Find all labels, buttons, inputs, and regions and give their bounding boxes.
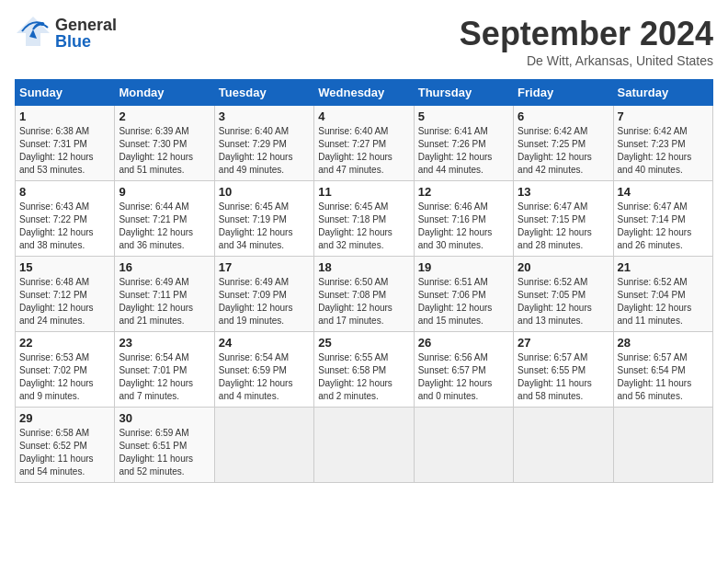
day-number: 13 xyxy=(518,185,609,199)
calendar-cell: 13Sunrise: 6:47 AM Sunset: 7:15 PM Dayli… xyxy=(514,181,613,257)
calendar-week-2: 8Sunrise: 6:43 AM Sunset: 7:22 PM Daylig… xyxy=(16,181,713,257)
calendar-cell: 17Sunrise: 6:49 AM Sunset: 7:09 PM Dayli… xyxy=(214,257,313,332)
day-number: 20 xyxy=(518,260,609,274)
calendar-cell: 11Sunrise: 6:45 AM Sunset: 7:18 PM Dayli… xyxy=(314,181,414,257)
calendar-cell: 24Sunrise: 6:54 AM Sunset: 6:59 PM Dayli… xyxy=(214,332,313,408)
day-header-sunday: Sunday xyxy=(16,80,115,106)
day-info: Sunrise: 6:57 AM Sunset: 6:55 PM Dayligh… xyxy=(518,351,609,403)
calendar-cell: 22Sunrise: 6:53 AM Sunset: 7:02 PM Dayli… xyxy=(16,332,115,408)
day-number: 27 xyxy=(518,336,609,350)
day-header-tuesday: Tuesday xyxy=(214,80,313,106)
day-header-wednesday: Wednesday xyxy=(314,80,414,106)
day-number: 24 xyxy=(219,336,310,350)
day-number: 3 xyxy=(219,109,310,123)
day-header-saturday: Saturday xyxy=(613,80,712,106)
day-info: Sunrise: 6:44 AM Sunset: 7:21 PM Dayligh… xyxy=(119,201,210,252)
calendar-cell xyxy=(613,408,712,483)
day-info: Sunrise: 6:49 AM Sunset: 7:11 PM Dayligh… xyxy=(119,276,210,327)
day-info: Sunrise: 6:42 AM Sunset: 7:25 PM Dayligh… xyxy=(518,125,609,177)
day-info: Sunrise: 6:38 AM Sunset: 7:31 PM Dayligh… xyxy=(19,125,110,177)
day-number: 23 xyxy=(119,336,210,350)
day-info: Sunrise: 6:43 AM Sunset: 7:22 PM Dayligh… xyxy=(19,201,110,252)
day-number: 17 xyxy=(219,260,310,274)
logo-general-label: General xyxy=(55,17,117,33)
day-info: Sunrise: 6:49 AM Sunset: 7:09 PM Dayligh… xyxy=(219,276,310,327)
day-number: 25 xyxy=(318,336,409,350)
calendar-cell xyxy=(414,408,513,483)
calendar-cell: 14Sunrise: 6:47 AM Sunset: 7:14 PM Dayli… xyxy=(613,181,712,257)
calendar-cell: 26Sunrise: 6:56 AM Sunset: 6:57 PM Dayli… xyxy=(414,332,513,408)
day-info: Sunrise: 6:47 AM Sunset: 7:14 PM Dayligh… xyxy=(618,201,709,252)
calendar-cell: 7Sunrise: 6:42 AM Sunset: 7:23 PM Daylig… xyxy=(613,106,712,181)
svg-point-1 xyxy=(40,22,44,26)
calendar-body: 1Sunrise: 6:38 AM Sunset: 7:31 PM Daylig… xyxy=(16,106,713,483)
calendar-week-5: 29Sunrise: 6:58 AM Sunset: 6:52 PM Dayli… xyxy=(16,408,713,483)
day-number: 29 xyxy=(19,411,110,425)
calendar-week-4: 22Sunrise: 6:53 AM Sunset: 7:02 PM Dayli… xyxy=(16,332,713,408)
calendar-cell xyxy=(514,408,613,483)
day-info: Sunrise: 6:53 AM Sunset: 7:02 PM Dayligh… xyxy=(19,351,110,403)
day-info: Sunrise: 6:45 AM Sunset: 7:19 PM Dayligh… xyxy=(219,201,310,252)
calendar-cell: 16Sunrise: 6:49 AM Sunset: 7:11 PM Dayli… xyxy=(115,257,214,332)
calendar-cell: 19Sunrise: 6:51 AM Sunset: 7:06 PM Dayli… xyxy=(414,257,513,332)
calendar-week-3: 15Sunrise: 6:48 AM Sunset: 7:12 PM Dayli… xyxy=(16,257,713,332)
day-number: 18 xyxy=(318,260,409,274)
logo: General Blue xyxy=(15,15,117,52)
day-number: 8 xyxy=(19,185,110,199)
calendar-cell: 15Sunrise: 6:48 AM Sunset: 7:12 PM Dayli… xyxy=(16,257,115,332)
day-info: Sunrise: 6:55 AM Sunset: 6:58 PM Dayligh… xyxy=(318,351,409,403)
day-number: 10 xyxy=(219,185,310,199)
day-info: Sunrise: 6:51 AM Sunset: 7:06 PM Dayligh… xyxy=(418,276,509,327)
day-info: Sunrise: 6:59 AM Sunset: 6:51 PM Dayligh… xyxy=(119,427,210,478)
calendar-header: SundayMondayTuesdayWednesdayThursdayFrid… xyxy=(16,80,713,106)
calendar-cell: 9Sunrise: 6:44 AM Sunset: 7:21 PM Daylig… xyxy=(115,181,214,257)
calendar-cell: 30Sunrise: 6:59 AM Sunset: 6:51 PM Dayli… xyxy=(115,408,214,483)
day-info: Sunrise: 6:57 AM Sunset: 6:54 PM Dayligh… xyxy=(618,351,709,403)
day-number: 2 xyxy=(119,109,210,123)
logo-blue-label: Blue xyxy=(55,33,117,50)
calendar-cell: 3Sunrise: 6:40 AM Sunset: 7:29 PM Daylig… xyxy=(214,106,313,181)
calendar-cell: 29Sunrise: 6:58 AM Sunset: 6:52 PM Dayli… xyxy=(16,408,115,483)
day-number: 11 xyxy=(318,185,409,199)
calendar-cell: 20Sunrise: 6:52 AM Sunset: 7:05 PM Dayli… xyxy=(514,257,613,332)
calendar-cell: 2Sunrise: 6:39 AM Sunset: 7:30 PM Daylig… xyxy=(115,106,214,181)
calendar-cell: 5Sunrise: 6:41 AM Sunset: 7:26 PM Daylig… xyxy=(414,106,513,181)
day-number: 16 xyxy=(119,260,210,274)
day-number: 1 xyxy=(19,109,110,123)
day-number: 30 xyxy=(119,411,210,425)
day-number: 15 xyxy=(19,260,110,274)
calendar-cell xyxy=(314,408,414,483)
calendar-cell: 21Sunrise: 6:52 AM Sunset: 7:04 PM Dayli… xyxy=(613,257,712,332)
day-header-friday: Friday xyxy=(514,80,613,106)
title-area: September 2024 De Witt, Arkansas, United… xyxy=(460,15,713,68)
calendar-cell: 25Sunrise: 6:55 AM Sunset: 6:58 PM Dayli… xyxy=(314,332,414,408)
day-info: Sunrise: 6:39 AM Sunset: 7:30 PM Dayligh… xyxy=(119,125,210,177)
header: General Blue September 2024 De Witt, Ark… xyxy=(15,15,713,68)
day-header-thursday: Thursday xyxy=(414,80,513,106)
day-number: 6 xyxy=(518,109,609,123)
day-info: Sunrise: 6:58 AM Sunset: 6:52 PM Dayligh… xyxy=(19,427,110,478)
logo-bird-icon xyxy=(15,15,51,52)
day-info: Sunrise: 6:54 AM Sunset: 7:01 PM Dayligh… xyxy=(119,351,210,403)
day-number: 9 xyxy=(119,185,210,199)
day-number: 28 xyxy=(618,336,709,350)
day-info: Sunrise: 6:54 AM Sunset: 6:59 PM Dayligh… xyxy=(219,351,310,403)
day-number: 26 xyxy=(418,336,509,350)
day-info: Sunrise: 6:40 AM Sunset: 7:27 PM Dayligh… xyxy=(318,125,409,177)
day-number: 4 xyxy=(318,109,409,123)
day-info: Sunrise: 6:45 AM Sunset: 7:18 PM Dayligh… xyxy=(318,201,409,252)
calendar-cell: 27Sunrise: 6:57 AM Sunset: 6:55 PM Dayli… xyxy=(514,332,613,408)
day-info: Sunrise: 6:52 AM Sunset: 7:05 PM Dayligh… xyxy=(518,276,609,327)
day-number: 22 xyxy=(19,336,110,350)
calendar-cell: 10Sunrise: 6:45 AM Sunset: 7:19 PM Dayli… xyxy=(214,181,313,257)
calendar-cell xyxy=(214,408,313,483)
location: De Witt, Arkansas, United States xyxy=(460,53,713,68)
calendar-cell: 12Sunrise: 6:46 AM Sunset: 7:16 PM Dayli… xyxy=(414,181,513,257)
day-info: Sunrise: 6:47 AM Sunset: 7:15 PM Dayligh… xyxy=(518,201,609,252)
logo-text: General Blue xyxy=(55,17,117,50)
day-info: Sunrise: 6:42 AM Sunset: 7:23 PM Dayligh… xyxy=(618,125,709,177)
day-number: 21 xyxy=(618,260,709,274)
day-info: Sunrise: 6:46 AM Sunset: 7:16 PM Dayligh… xyxy=(418,201,509,252)
day-number: 19 xyxy=(418,260,509,274)
days-row: SundayMondayTuesdayWednesdayThursdayFrid… xyxy=(16,80,713,106)
